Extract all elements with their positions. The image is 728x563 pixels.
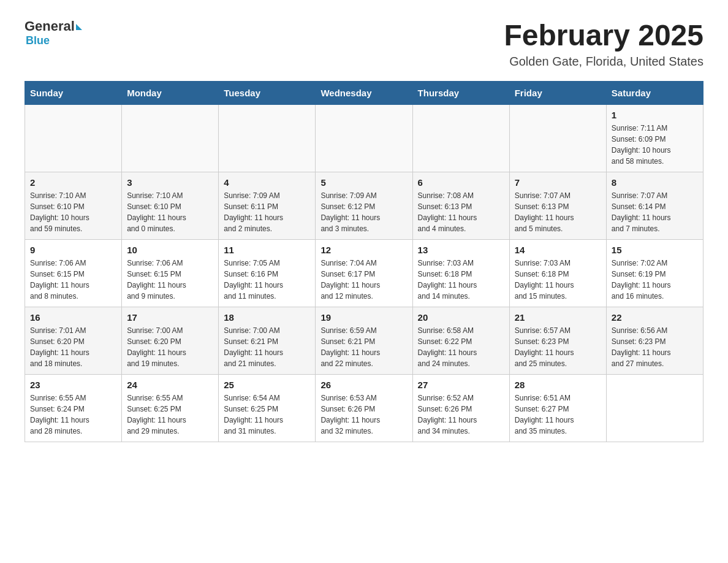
day-info: Sunrise: 6:59 AMSunset: 6:21 PMDaylight:… <box>320 325 407 369</box>
day-number: 14 <box>515 245 601 255</box>
day-number: 1 <box>612 110 698 120</box>
day-info: Sunrise: 7:10 AMSunset: 6:10 PMDaylight:… <box>30 190 116 234</box>
calendar-week-1: 1Sunrise: 7:11 AMSunset: 6:09 PMDaylight… <box>25 105 703 172</box>
day-info: Sunrise: 7:06 AMSunset: 6:15 PMDaylight:… <box>30 258 116 302</box>
day-number: 25 <box>224 380 310 390</box>
day-number: 24 <box>127 380 213 390</box>
month-title: February 2025 <box>504 18 703 52</box>
day-number: 18 <box>224 312 310 323</box>
day-info: Sunrise: 6:55 AMSunset: 6:24 PMDaylight:… <box>30 393 116 437</box>
calendar-cell: 1Sunrise: 7:11 AMSunset: 6:09 PMDaylight… <box>606 105 703 172</box>
day-number: 10 <box>127 245 213 255</box>
calendar-cell: 20Sunrise: 6:58 AMSunset: 6:22 PMDayligh… <box>412 307 509 375</box>
day-number: 4 <box>224 177 310 188</box>
day-info: Sunrise: 6:58 AMSunset: 6:22 PMDaylight:… <box>418 325 504 369</box>
day-number: 28 <box>515 380 601 390</box>
day-info: Sunrise: 7:03 AMSunset: 6:18 PMDaylight:… <box>418 258 504 302</box>
calendar-cell: 9Sunrise: 7:06 AMSunset: 6:15 PMDaylight… <box>25 240 122 307</box>
calendar-cell: 16Sunrise: 7:01 AMSunset: 6:20 PMDayligh… <box>25 307 122 375</box>
calendar-cell: 5Sunrise: 7:09 AMSunset: 6:12 PMDaylight… <box>316 172 412 240</box>
day-info: Sunrise: 7:03 AMSunset: 6:18 PMDaylight:… <box>515 258 601 302</box>
logo-triangle-icon <box>76 24 82 30</box>
calendar-cell: 14Sunrise: 7:03 AMSunset: 6:18 PMDayligh… <box>509 240 606 307</box>
day-info: Sunrise: 6:57 AMSunset: 6:23 PMDaylight:… <box>515 325 601 369</box>
day-number: 23 <box>30 380 116 390</box>
day-number: 9 <box>30 245 116 255</box>
calendar-cell <box>122 105 219 172</box>
day-info: Sunrise: 7:01 AMSunset: 6:20 PMDaylight:… <box>30 325 116 369</box>
day-number: 20 <box>418 312 504 323</box>
day-info: Sunrise: 7:07 AMSunset: 6:13 PMDaylight:… <box>515 190 601 234</box>
logo-text: General <box>25 18 82 34</box>
calendar-cell <box>412 105 509 172</box>
day-info: Sunrise: 6:52 AMSunset: 6:26 PMDaylight:… <box>418 393 504 437</box>
location-title: Golden Gate, Florida, United States <box>504 55 703 69</box>
calendar-cell: 10Sunrise: 7:06 AMSunset: 6:15 PMDayligh… <box>122 240 219 307</box>
calendar-cell: 12Sunrise: 7:04 AMSunset: 6:17 PMDayligh… <box>316 240 412 307</box>
weekday-header-sunday: Sunday <box>25 82 122 105</box>
calendar-cell <box>509 105 606 172</box>
day-info: Sunrise: 6:55 AMSunset: 6:25 PMDaylight:… <box>127 393 213 437</box>
calendar-cell: 19Sunrise: 6:59 AMSunset: 6:21 PMDayligh… <box>316 307 412 375</box>
calendar-cell: 26Sunrise: 6:53 AMSunset: 6:26 PMDayligh… <box>316 375 412 442</box>
calendar-week-4: 16Sunrise: 7:01 AMSunset: 6:20 PMDayligh… <box>25 307 703 375</box>
day-number: 17 <box>127 312 213 323</box>
day-info: Sunrise: 7:00 AMSunset: 6:21 PMDaylight:… <box>224 325 310 369</box>
day-number: 5 <box>320 177 407 188</box>
weekday-header-wednesday: Wednesday <box>316 82 412 105</box>
calendar-cell: 2Sunrise: 7:10 AMSunset: 6:10 PMDaylight… <box>25 172 122 240</box>
day-number: 15 <box>612 245 698 255</box>
page-header: General Blue February 2025 Golden Gate, … <box>25 18 703 69</box>
day-info: Sunrise: 6:53 AMSunset: 6:26 PMDaylight:… <box>320 393 407 437</box>
day-info: Sunrise: 7:08 AMSunset: 6:13 PMDaylight:… <box>418 190 504 234</box>
day-number: 21 <box>515 312 601 323</box>
calendar-cell <box>25 105 122 172</box>
day-number: 26 <box>320 380 407 390</box>
day-number: 22 <box>612 312 698 323</box>
calendar-cell: 23Sunrise: 6:55 AMSunset: 6:24 PMDayligh… <box>25 375 122 442</box>
day-info: Sunrise: 6:56 AMSunset: 6:23 PMDaylight:… <box>612 325 698 369</box>
day-info: Sunrise: 7:02 AMSunset: 6:19 PMDaylight:… <box>612 258 698 302</box>
weekday-header-friday: Friday <box>509 82 606 105</box>
calendar-week-5: 23Sunrise: 6:55 AMSunset: 6:24 PMDayligh… <box>25 375 703 442</box>
calendar-cell: 15Sunrise: 7:02 AMSunset: 6:19 PMDayligh… <box>606 240 703 307</box>
day-number: 16 <box>30 312 116 323</box>
weekday-header-saturday: Saturday <box>606 82 703 105</box>
weekday-header-row: SundayMondayTuesdayWednesdayThursdayFrid… <box>25 82 703 105</box>
calendar-cell: 17Sunrise: 7:00 AMSunset: 6:20 PMDayligh… <box>122 307 219 375</box>
calendar-cell: 27Sunrise: 6:52 AMSunset: 6:26 PMDayligh… <box>412 375 509 442</box>
day-number: 7 <box>515 177 601 188</box>
day-info: Sunrise: 7:04 AMSunset: 6:17 PMDaylight:… <box>320 258 407 302</box>
day-info: Sunrise: 7:06 AMSunset: 6:15 PMDaylight:… <box>127 258 213 302</box>
day-number: 8 <box>612 177 698 188</box>
logo-general: General <box>25 18 75 34</box>
calendar-cell: 3Sunrise: 7:10 AMSunset: 6:10 PMDaylight… <box>122 172 219 240</box>
calendar-cell: 21Sunrise: 6:57 AMSunset: 6:23 PMDayligh… <box>509 307 606 375</box>
calendar-cell: 8Sunrise: 7:07 AMSunset: 6:14 PMDaylight… <box>606 172 703 240</box>
calendar-cell <box>219 105 316 172</box>
weekday-header-thursday: Thursday <box>412 82 509 105</box>
day-info: Sunrise: 7:00 AMSunset: 6:20 PMDaylight:… <box>127 325 213 369</box>
day-info: Sunrise: 7:09 AMSunset: 6:11 PMDaylight:… <box>224 190 310 234</box>
calendar-week-2: 2Sunrise: 7:10 AMSunset: 6:10 PMDaylight… <box>25 172 703 240</box>
day-number: 3 <box>127 177 213 188</box>
day-info: Sunrise: 7:07 AMSunset: 6:14 PMDaylight:… <box>612 190 698 234</box>
calendar-cell: 22Sunrise: 6:56 AMSunset: 6:23 PMDayligh… <box>606 307 703 375</box>
calendar-cell <box>316 105 412 172</box>
day-info: Sunrise: 7:09 AMSunset: 6:12 PMDaylight:… <box>320 190 407 234</box>
day-number: 6 <box>418 177 504 188</box>
calendar-cell: 11Sunrise: 7:05 AMSunset: 6:16 PMDayligh… <box>219 240 316 307</box>
calendar-cell <box>606 375 703 442</box>
calendar-cell: 7Sunrise: 7:07 AMSunset: 6:13 PMDaylight… <box>509 172 606 240</box>
logo: General Blue <box>25 18 82 47</box>
calendar-cell: 13Sunrise: 7:03 AMSunset: 6:18 PMDayligh… <box>412 240 509 307</box>
calendar-cell: 28Sunrise: 6:51 AMSunset: 6:27 PMDayligh… <box>509 375 606 442</box>
day-info: Sunrise: 7:10 AMSunset: 6:10 PMDaylight:… <box>127 190 213 234</box>
day-number: 11 <box>224 245 310 255</box>
calendar-cell: 25Sunrise: 6:54 AMSunset: 6:25 PMDayligh… <box>219 375 316 442</box>
calendar-cell: 18Sunrise: 7:00 AMSunset: 6:21 PMDayligh… <box>219 307 316 375</box>
day-info: Sunrise: 7:11 AMSunset: 6:09 PMDaylight:… <box>612 123 698 167</box>
day-number: 13 <box>418 245 504 255</box>
day-number: 2 <box>30 177 116 188</box>
day-number: 12 <box>320 245 407 255</box>
